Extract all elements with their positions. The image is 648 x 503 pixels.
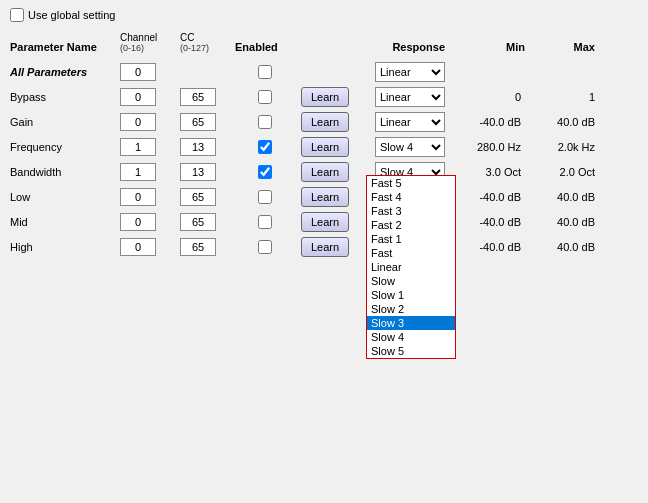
low-cc[interactable] <box>180 188 216 206</box>
gain-response[interactable]: Linear <box>375 112 445 132</box>
mid-channel[interactable] <box>120 213 156 231</box>
dropdown-item[interactable]: Fast 5 <box>367 176 455 190</box>
dropdown-item[interactable]: Fast <box>367 246 455 260</box>
dropdown-item[interactable]: Slow <box>367 274 455 288</box>
row-all-parameters: All Parameters Linear <box>10 61 638 83</box>
row-low: Low Learn Slow 4 -40.0 dB 40.0 dB <box>10 186 638 208</box>
row-frequency: Frequency Learn Slow 4 280.0 Hz 2.0k Hz <box>10 136 638 158</box>
main-container: Use global setting Parameter Name Channe… <box>0 0 648 269</box>
bypass-min: 0 <box>445 91 525 103</box>
row-bypass: Bypass Learn Linear 0 1 <box>10 86 638 108</box>
header-response: Response <box>355 41 445 53</box>
frequency-learn-button[interactable]: Learn <box>301 137 349 157</box>
high-max: 40.0 dB <box>525 241 595 253</box>
low-label: Low <box>10 191 120 203</box>
mid-learn-button[interactable]: Learn <box>301 212 349 232</box>
dropdown-item[interactable]: Slow 3 <box>367 316 455 330</box>
high-learn-button[interactable]: Learn <box>301 237 349 257</box>
row-mid: Mid Learn Slow 4 -40.0 dB 40.0 dB <box>10 211 638 233</box>
global-setting-row: Use global setting <box>10 8 638 22</box>
bypass-enabled[interactable] <box>258 90 272 104</box>
dropdown-item[interactable]: Slow 4 <box>367 330 455 344</box>
gain-channel[interactable] <box>120 113 156 131</box>
header-min: Min <box>445 41 525 53</box>
gain-enabled[interactable] <box>258 115 272 129</box>
gain-cc[interactable] <box>180 113 216 131</box>
high-enabled[interactable] <box>258 240 272 254</box>
all-params-response[interactable]: Linear <box>375 62 445 82</box>
header-channel: Channel (0-16) <box>120 32 180 53</box>
bypass-channel[interactable] <box>120 88 156 106</box>
high-cc[interactable] <box>180 238 216 256</box>
dropdown-item[interactable]: Slow 5 <box>367 344 455 358</box>
frequency-max: 2.0k Hz <box>525 141 595 153</box>
gain-label: Gain <box>10 116 120 128</box>
bandwidth-channel[interactable] <box>120 163 156 181</box>
dropdown-item[interactable]: Slow 1 <box>367 288 455 302</box>
bypass-learn-button[interactable]: Learn <box>301 87 349 107</box>
all-params-channel[interactable] <box>120 63 156 81</box>
response-dropdown[interactable]: Fast 5Fast 4Fast 3Fast 2Fast 1FastLinear… <box>366 175 456 359</box>
dropdown-item[interactable]: Fast 1 <box>367 232 455 246</box>
header-cc: CC (0-127) <box>180 32 235 53</box>
high-channel[interactable] <box>120 238 156 256</box>
frequency-response[interactable]: Slow 4 <box>375 137 445 157</box>
header-max: Max <box>525 41 595 53</box>
frequency-label: Frequency <box>10 141 120 153</box>
high-min: -40.0 dB <box>445 241 525 253</box>
header-param-name: Parameter Name <box>10 41 120 53</box>
row-bandwidth: Bandwidth Learn Slow 4 3.0 Oct 2.0 Oct <box>10 161 638 183</box>
dropdown-item[interactable]: Fast 2 <box>367 218 455 232</box>
low-learn-button[interactable]: Learn <box>301 187 349 207</box>
frequency-enabled[interactable] <box>258 140 272 154</box>
global-setting-checkbox[interactable] <box>10 8 24 22</box>
bandwidth-max: 2.0 Oct <box>525 166 595 178</box>
mid-enabled[interactable] <box>258 215 272 229</box>
bandwidth-enabled[interactable] <box>258 165 272 179</box>
header-enabled: Enabled <box>235 41 295 53</box>
mid-min: -40.0 dB <box>445 216 525 228</box>
row-high: High Learn Slow 3 -40.0 dB 40.0 dB <box>10 236 638 258</box>
global-setting-label: Use global setting <box>28 9 115 21</box>
low-enabled[interactable] <box>258 190 272 204</box>
gain-min: -40.0 dB <box>445 116 525 128</box>
gain-max: 40.0 dB <box>525 116 595 128</box>
low-max: 40.0 dB <box>525 191 595 203</box>
bandwidth-min: 3.0 Oct <box>445 166 525 178</box>
high-label: High <box>10 241 120 253</box>
frequency-min: 280.0 Hz <box>445 141 525 153</box>
row-gain: Gain Learn Linear -40.0 dB 40.0 dB <box>10 111 638 133</box>
bypass-cc[interactable] <box>180 88 216 106</box>
table-header: Parameter Name Channel (0-16) CC (0-127)… <box>10 32 638 55</box>
all-params-label: All Parameters <box>10 66 120 78</box>
bypass-label: Bypass <box>10 91 120 103</box>
bypass-response[interactable]: Linear <box>375 87 445 107</box>
low-channel[interactable] <box>120 188 156 206</box>
dropdown-item[interactable]: Fast 4 <box>367 190 455 204</box>
low-min: -40.0 dB <box>445 191 525 203</box>
gain-learn-button[interactable]: Learn <box>301 112 349 132</box>
dropdown-item[interactable]: Fast 3 <box>367 204 455 218</box>
frequency-cc[interactable] <box>180 138 216 156</box>
mid-label: Mid <box>10 216 120 228</box>
bandwidth-learn-button[interactable]: Learn <box>301 162 349 182</box>
bandwidth-label: Bandwidth <box>10 166 120 178</box>
all-params-enabled[interactable] <box>258 65 272 79</box>
bandwidth-cc[interactable] <box>180 163 216 181</box>
dropdown-item[interactable]: Linear <box>367 260 455 274</box>
mid-cc[interactable] <box>180 213 216 231</box>
frequency-channel[interactable] <box>120 138 156 156</box>
mid-max: 40.0 dB <box>525 216 595 228</box>
bypass-max: 1 <box>525 91 595 103</box>
dropdown-item[interactable]: Slow 2 <box>367 302 455 316</box>
